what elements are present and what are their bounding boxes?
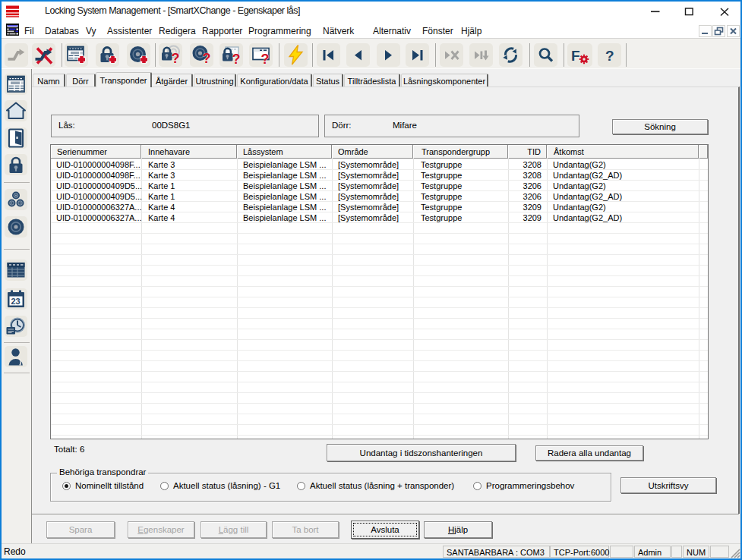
svg-text:?: ? [203, 51, 211, 66]
svg-text:?: ? [172, 51, 180, 66]
svg-text:?: ? [232, 52, 241, 67]
svg-text:F: F [571, 48, 580, 64]
svg-text:?: ? [261, 52, 270, 67]
svg-text:?: ? [605, 48, 614, 64]
svg-text:23: 23 [11, 297, 21, 306]
